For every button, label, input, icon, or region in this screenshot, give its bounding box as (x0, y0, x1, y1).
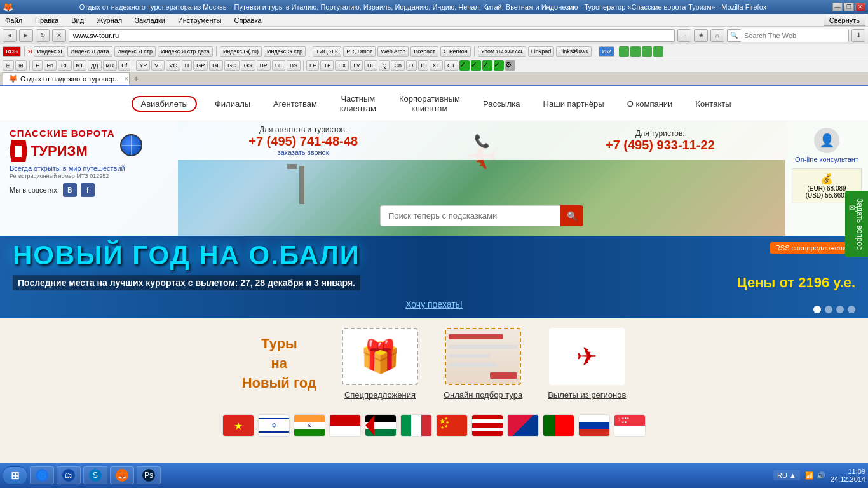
g-index-button[interactable]: Индекс G(.ru) (220, 46, 262, 57)
site-search-input[interactable] (380, 205, 583, 226)
flag-nepal[interactable] (507, 414, 539, 437)
t2-tf[interactable]: TF (320, 60, 334, 71)
back-button[interactable]: ◄ (3, 29, 17, 42)
nav-private[interactable]: Частнымклиентам (335, 92, 381, 116)
social-fb[interactable]: f (81, 183, 95, 197)
minimize-button[interactable]: — (832, 3, 843, 11)
t2-bs[interactable]: BS (287, 60, 301, 71)
flag-india[interactable]: ⊙ (294, 414, 325, 437)
close-button[interactable]: ✕ (855, 3, 865, 11)
flag-indonesia[interactable] (329, 414, 361, 437)
restore-button[interactable]: ❐ (844, 3, 854, 11)
green-tool-4[interactable] (653, 46, 663, 57)
dot-1[interactable] (813, 306, 821, 313)
ya-index-str-button[interactable]: Индекс Я стр (114, 46, 156, 57)
rds-button[interactable]: RDS (3, 46, 21, 57)
taskbar-app-1[interactable]: 🌀 (30, 466, 54, 484)
t2-bp[interactable]: BP (257, 60, 271, 71)
card-regions[interactable]: ✈ Вылеты из регионов (548, 328, 626, 400)
address-input[interactable] (69, 29, 675, 42)
t2-gs[interactable]: GS (241, 60, 255, 71)
t2-btn1[interactable]: ⊞ (3, 60, 14, 71)
t2-f[interactable]: F (32, 60, 43, 71)
site-search-button[interactable]: 🔍 (560, 205, 583, 226)
t2-yp[interactable]: YP (136, 60, 150, 71)
menu-tools[interactable]: Инструменты (175, 15, 224, 25)
order-call-link[interactable]: заказать звонок (248, 149, 358, 156)
t2-h[interactable]: H (182, 60, 193, 71)
browser-search-input[interactable] (740, 29, 848, 42)
t2-gc[interactable]: GC (224, 60, 240, 71)
flag-italy[interactable] (400, 414, 432, 437)
t2-b[interactable]: B (418, 60, 428, 71)
count-button[interactable]: 252 (599, 46, 614, 57)
region-button[interactable]: Я.Регион (440, 46, 471, 57)
g-index-str-button[interactable]: Индекс G стр (264, 46, 306, 57)
green-tool-2[interactable] (630, 46, 641, 57)
taskbar-app-5[interactable]: Ps (137, 466, 161, 484)
t2-xt[interactable]: XT (430, 60, 444, 71)
green-tool-1[interactable] (619, 46, 629, 57)
t2-lv[interactable]: Lv (350, 60, 363, 71)
mention-button[interactable]: Упом.Я2 593/721 (478, 46, 526, 57)
tab-close-button[interactable]: ✕ (124, 76, 129, 82)
t2-lf[interactable]: LF (306, 60, 320, 71)
age-button[interactable]: Возраст (410, 46, 438, 57)
menu-bookmarks[interactable]: Закладки (132, 15, 168, 25)
nav-corporate[interactable]: Корпоративнымклиентам (394, 92, 465, 116)
bookmark-button[interactable]: ★ (694, 29, 708, 42)
consultant-link[interactable]: On-line консультант (795, 156, 858, 163)
menu-view[interactable]: Вид (69, 15, 86, 25)
nav-branches[interactable]: Филиалы (210, 97, 255, 111)
t2-gl[interactable]: GL (209, 60, 223, 71)
t2-vl[interactable]: VL (151, 60, 165, 71)
dot-2[interactable] (825, 306, 832, 313)
flag-singapore[interactable]: ☽ ★★★★★ (614, 414, 646, 437)
sync-button[interactable]: Свернуть (824, 15, 865, 26)
t2-vc[interactable]: VC (166, 60, 180, 71)
t2-dd[interactable]: дД (88, 60, 101, 71)
t2-mr[interactable]: мR (103, 60, 118, 71)
social-vk[interactable]: В (63, 183, 77, 197)
menu-journal[interactable]: Журнал (94, 15, 125, 25)
check-icon-3[interactable]: ✓ (482, 60, 492, 71)
menu-edit[interactable]: Правка (32, 15, 61, 25)
dot-4[interactable] (848, 306, 855, 313)
start-button[interactable]: ⊞ (3, 466, 27, 485)
flag-portugal[interactable] (543, 414, 574, 437)
banner-rss[interactable]: RSS спецпредложения (770, 242, 855, 254)
pr-dmoz-button[interactable]: PR, Dmoz (343, 46, 376, 57)
flag-israel[interactable]: ✡ (258, 414, 290, 437)
dot-3[interactable] (836, 306, 844, 313)
nav-newsletter[interactable]: Рассылка (478, 97, 526, 111)
nav-about[interactable]: О компании (622, 97, 678, 111)
t2-q[interactable]: Q (379, 60, 390, 71)
t2-mt[interactable]: мТ (73, 60, 87, 71)
settings-icon[interactable]: ⚙ (505, 60, 515, 71)
menu-file[interactable]: Файл (3, 15, 25, 25)
ya-index-button[interactable]: Индекс Я (34, 46, 65, 57)
ya-index-date-button[interactable]: Индекс Я дата (67, 46, 112, 57)
check-icon[interactable]: ✓ (459, 60, 470, 71)
t2-gp[interactable]: GP (193, 60, 208, 71)
t2-ct[interactable]: CT (444, 60, 458, 71)
home-button[interactable]: ⌂ (710, 29, 724, 42)
flag-russia[interactable] (578, 414, 610, 437)
linkpad-button[interactable]: Linkpad (528, 46, 555, 57)
t2-cn[interactable]: Cn (391, 60, 405, 71)
tic-button[interactable]: ТИЦ Я.К (313, 46, 341, 57)
t2-bl[interactable]: BL (272, 60, 285, 71)
web-arch-button[interactable]: Web Arch (377, 46, 409, 57)
flag-china[interactable]: ★ ★ ★ ★ ★ (436, 414, 468, 437)
active-tab[interactable]: 🦊 Отдых от надежного туропер... ✕ (3, 72, 130, 85)
flag-vietnam[interactable] (222, 414, 254, 437)
card-tour-search[interactable]: Онлайн подбор тура (444, 328, 522, 400)
card-specials[interactable]: 🎁 Спецпредложения (342, 328, 418, 400)
new-tab-button[interactable]: + (130, 72, 142, 85)
taskbar-app-3[interactable]: S (83, 466, 107, 484)
t2-fn[interactable]: Fn (44, 60, 57, 71)
ya-index-str-date-button[interactable]: Индекс Я стр дата (158, 46, 213, 57)
nav-agencies[interactable]: Агентствам (268, 97, 322, 111)
go-button[interactable]: → (677, 29, 691, 42)
check-icon-4[interactable]: ✓ (494, 60, 504, 71)
